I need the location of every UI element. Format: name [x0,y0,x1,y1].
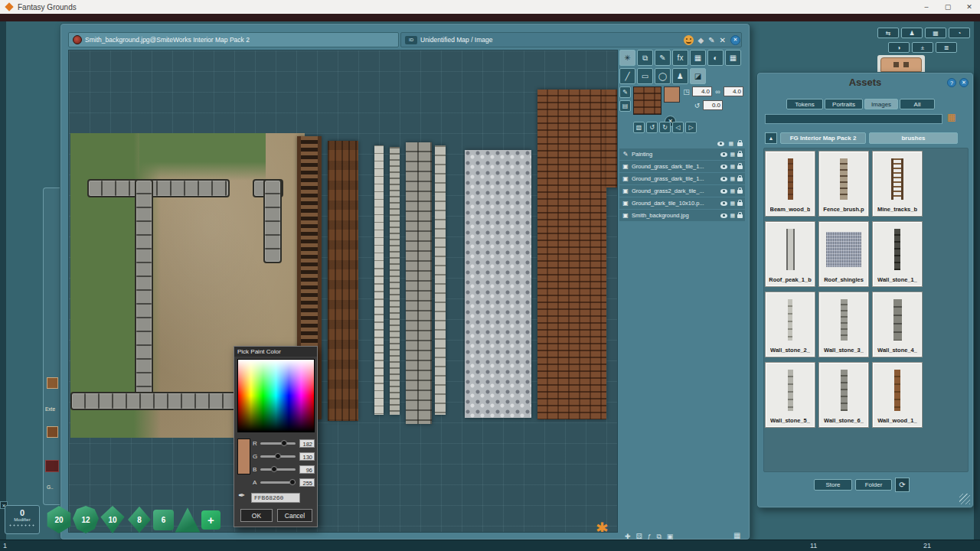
map-tab-active[interactable]: Smith_background.jpg@SmiteWorks Interior… [68,32,399,47]
layer-lock-icon[interactable] [737,214,743,218]
fill-icon[interactable]: ▧ [633,122,645,133]
folder-up-button[interactable]: ▲ [765,132,777,144]
layer-grid-icon[interactable]: ▦ [730,201,735,207]
window-close-icon[interactable]: ✕ [730,35,740,45]
layer-row[interactable]: Ground_grass2_dark_tile_... ▦ [619,185,745,197]
lighting-icon[interactable]: ◑ [888,42,910,53]
tables-icon[interactable]: ▦ [925,28,946,38]
hex-color-field[interactable]: FFB68260 [251,493,300,503]
flip-h-icon[interactable]: ◁ [672,122,684,133]
channel-value-field[interactable]: 130 [299,452,315,461]
asset-card[interactable]: Wall_stone_4_ [872,292,923,357]
layer-grid-icon[interactable]: ▦ [730,188,735,194]
map-canvas[interactable]: ✱ [68,50,618,533]
channel-slider[interactable] [260,442,296,445]
circle-tool-icon[interactable]: ◯ [655,68,671,84]
add-die-button[interactable]: + [201,510,220,530]
die-d20[interactable]: 20 [46,506,72,533]
minimize-button[interactable]: – [916,0,937,14]
layer-lock-icon[interactable] [737,178,743,181]
maximize-button[interactable]: ▢ [937,0,959,14]
help-icon[interactable]: ? [947,78,956,87]
asset-card[interactable]: Wall_stone_1_ [872,221,923,287]
brush-rotation-field[interactable]: 0.0 [703,100,723,110]
die-d6[interactable]: 6 [153,510,174,530]
eyedropper-icon[interactable]: ✒ [238,491,245,500]
layer-grid-icon[interactable]: ▦ [730,164,735,170]
asset-card[interactable]: Wall_stone_2_ [765,292,815,357]
folder-button[interactable]: Folder [855,479,892,491]
mask-icon[interactable]: ◐ [707,50,724,66]
layer-row[interactable]: Ground_grass_dark_tile_1... ▦ [619,161,745,172]
module-button[interactable] [45,460,59,472]
modifier-box[interactable]: 0 Modifier [5,505,40,534]
brush-color-swatch[interactable] [664,86,680,103]
channel-value-field[interactable]: 96 [299,465,315,474]
store-button[interactable]: Store [814,479,852,491]
hotkey-slot[interactable]: 21 [923,542,931,549]
die-icon[interactable]: ◆ [698,36,704,44]
chat-icon[interactable]: ⇆ [877,28,899,38]
layer-visibility-icon[interactable] [720,177,727,181]
effects-icon[interactable]: fx [672,50,688,66]
shortcut-tab[interactable] [880,57,922,72]
asset-card[interactable]: Beam_wood_b [765,151,815,217]
die-d8[interactable]: 8 [126,506,152,533]
asset-card[interactable]: Fence_brush.p [818,151,869,217]
channel-slider[interactable] [260,481,296,484]
module-icon[interactable] [47,377,58,389]
layers-icon[interactable]: ⧉ [637,50,653,66]
layer-row[interactable]: Smith_background.jpg ▦ [619,210,745,221]
tab-portraits[interactable]: Portraits [825,99,863,109]
layer-lock-icon[interactable] [737,190,743,194]
party-sheet-icon[interactable]: ♟ [901,28,923,38]
layer-row[interactable]: Painting ▦ [619,148,745,160]
clear-icon[interactable]: ✕ [720,36,726,44]
layer-visibility-icon[interactable] [720,201,727,206]
breadcrumb-folder[interactable]: brushes [869,132,958,144]
rotate-icon[interactable]: ↺ [693,102,701,109]
brush-pencil-button[interactable]: ✎ [619,86,631,98]
asset-card[interactable]: Roof_peak_1_b [765,221,815,287]
asset-card[interactable]: Mine_tracks_b [872,151,923,217]
layer-grid-icon[interactable]: ▦ [730,152,735,158]
grid-icon[interactable]: ▦ [690,50,706,66]
edit-icon[interactable]: ✎ [708,36,714,44]
slider-knob-icon[interactable] [275,453,281,459]
layer-visibility-icon[interactable] [720,214,727,218]
layer-visibility-icon[interactable] [720,165,727,169]
brush-height-field[interactable]: 4.0 [724,86,743,96]
resize-handle[interactable] [959,494,970,504]
brush-texture-preview[interactable] [633,86,662,115]
layer-row[interactable]: Ground_grass_dark_tile_1... ▦ [619,173,745,184]
channel-slider[interactable] [260,468,296,471]
module-icon[interactable] [47,426,58,438]
background-window-sliver[interactable]: Exte G.. [43,187,61,505]
layer-lock-icon[interactable] [737,202,743,206]
undo-icon[interactable]: ↺ [646,122,658,133]
ok-button[interactable]: OK [240,509,273,522]
channel-value-field[interactable]: 182 [299,439,315,448]
los-grid-icon[interactable]: ▦ [725,50,741,66]
apply-icon[interactable]: ▷ [685,122,697,133]
tab-tokens[interactable]: Tokens [786,99,823,109]
tab-images[interactable]: Images [864,99,898,109]
channel-slider[interactable] [260,455,296,458]
draw-icon[interactable]: ✎ [655,50,671,66]
smiley-icon[interactable] [684,35,694,45]
line-tool-icon[interactable]: ╱ [619,68,635,84]
eye-icon[interactable] [717,142,724,146]
close-button[interactable]: ✕ [959,0,980,14]
layer-grid-icon[interactable]: ▦ [730,213,735,219]
rect-tool-icon[interactable]: ▭ [637,68,653,84]
layer-lock-icon[interactable] [737,165,743,169]
asset-card[interactable]: Wall_stone_3_ [818,292,869,357]
slider-knob-icon[interactable] [289,479,296,485]
asset-card[interactable]: Wall_stone_5_ [765,362,815,428]
channel-value-field[interactable]: 255 [299,478,315,487]
tab-all[interactable]: All [900,99,935,109]
eraser-tool-icon[interactable]: ◪ [690,68,706,84]
paint-mode-icon[interactable]: ✳ [619,50,635,66]
asset-card[interactable]: Wall_wood_1_ [872,362,923,428]
die-d12[interactable]: 12 [73,506,99,533]
